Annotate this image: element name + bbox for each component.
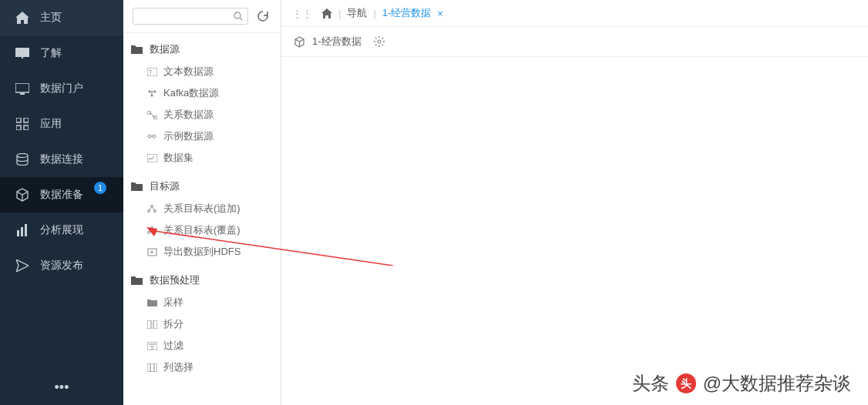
home-icon	[14, 11, 31, 25]
item-columns[interactable]: 列选择	[123, 356, 281, 378]
relation-icon	[145, 111, 159, 119]
apps-icon	[14, 117, 31, 131]
drag-icon[interactable]: ⋮⋮	[292, 8, 312, 19]
item-label: 导出数据到HDFS	[163, 245, 241, 259]
search-input[interactable]	[138, 11, 234, 22]
svg-line-11	[240, 18, 242, 20]
nav-more[interactable]: •••	[0, 370, 123, 405]
svg-point-23	[153, 135, 156, 138]
canvas[interactable]	[281, 57, 868, 405]
folder-label: 数据预处理	[150, 273, 200, 287]
svg-text:T: T	[149, 69, 153, 75]
node-icon	[145, 205, 159, 213]
svg-line-35	[152, 229, 155, 232]
svg-rect-3	[24, 118, 29, 122]
nav-prepare[interactable]: 数据准备 1	[0, 177, 123, 213]
item-label: 过滤	[163, 339, 183, 353]
nav-publish[interactable]: 资源发布	[0, 248, 123, 283]
svg-rect-1	[20, 93, 25, 95]
sidebar: 主页 了解 数据门户 应用 数据连接 数据准备 1 分析展现 资源	[0, 0, 123, 405]
search-box[interactable]	[133, 8, 248, 25]
crumb-tab[interactable]: 1-经营数据	[382, 6, 432, 20]
watermark-text: @大数据推荐杂谈	[703, 371, 851, 396]
home-icon[interactable]	[321, 8, 332, 18]
svg-rect-5	[24, 126, 29, 130]
breadcrumb: ⋮⋮ | 导航 | 1-经营数据 ×	[281, 0, 868, 27]
folder-icon	[131, 182, 145, 191]
cube-icon	[14, 188, 31, 202]
folder-preprocess[interactable]: 数据预处理	[123, 269, 281, 292]
main-area: ⋮⋮ | 导航 | 1-经营数据 × 1-经营数据 头条 头 @大数据推荐杂谈	[281, 0, 868, 405]
svg-rect-19	[147, 111, 150, 114]
send-icon	[14, 259, 31, 273]
nav-learn[interactable]: 了解	[0, 35, 123, 71]
item-split[interactable]: 拆分	[123, 313, 281, 335]
item-sample-ds[interactable]: 示例数据源	[123, 126, 281, 147]
item-target-append[interactable]: 关系目标表(追加)	[123, 198, 281, 219]
folder-label: 目标源	[150, 179, 180, 193]
nav-label: 主页	[40, 11, 62, 25]
watermark-icon: 头	[675, 373, 697, 394]
export-icon	[145, 248, 159, 256]
item-text-ds[interactable]: T文本数据源	[123, 61, 281, 82]
folder-target[interactable]: 目标源	[123, 175, 281, 198]
nav-label: 应用	[40, 117, 62, 131]
monitor-icon	[14, 82, 31, 95]
folder-icon	[131, 45, 145, 54]
svg-rect-7	[17, 230, 19, 236]
nav-portal[interactable]: 数据门户	[0, 71, 123, 106]
item-label: Kafka数据源	[163, 86, 219, 100]
item-label: 文本数据源	[163, 65, 214, 79]
item-label: 列选择	[163, 360, 193, 374]
nav-label: 数据准备	[40, 188, 83, 202]
svg-rect-38	[153, 320, 157, 329]
book-icon	[14, 46, 31, 60]
item-label: 数据集	[163, 151, 193, 165]
gear-icon[interactable]	[372, 35, 386, 49]
svg-rect-4	[16, 126, 21, 130]
item-dataset[interactable]: 数据集	[123, 147, 281, 169]
nav-apps[interactable]: 应用	[0, 106, 123, 142]
item-sample[interactable]: 采样	[123, 292, 281, 313]
folder-sm-icon	[145, 299, 159, 306]
watermark: 头条 头 @大数据推荐杂谈	[632, 371, 851, 396]
item-filter[interactable]: 过滤	[123, 335, 281, 356]
svg-point-46	[378, 40, 381, 43]
item-kafka-ds[interactable]: Kafka数据源	[123, 82, 281, 104]
svg-rect-37	[147, 320, 151, 329]
nav-label: 资源发布	[40, 259, 83, 273]
svg-rect-8	[21, 227, 23, 236]
folder-label: 数据源	[150, 42, 180, 56]
item-label: 拆分	[163, 317, 183, 331]
nav-connection[interactable]: 数据连接	[0, 142, 123, 177]
watermark-prefix: 头条	[632, 371, 669, 396]
nav-label: 了解	[40, 46, 62, 60]
item-label: 关系目标表(追加)	[163, 202, 241, 216]
item-target-overwrite[interactable]: 关系目标表(覆盖)	[123, 219, 281, 241]
search-icon[interactable]	[234, 12, 243, 21]
item-label: 采样	[163, 296, 183, 310]
refresh-button[interactable]	[254, 8, 271, 25]
item-relation-ds[interactable]: 关系数据源	[123, 104, 281, 126]
nav-label: 分析展现	[40, 223, 83, 237]
filter-icon	[145, 342, 159, 350]
nav-label: 数据门户	[40, 82, 83, 95]
close-tab-icon[interactable]: ×	[437, 8, 443, 19]
kafka-icon	[145, 89, 159, 98]
item-export-hdfs[interactable]: 导出数据到HDFS	[123, 241, 281, 263]
svg-line-29	[149, 207, 152, 210]
dataset-icon	[145, 154, 159, 162]
search-row	[123, 0, 281, 33]
tree-panel: 数据源 T文本数据源 Kafka数据源 关系数据源 示例数据源 数据集 目标源 …	[123, 0, 281, 405]
split-icon	[145, 320, 159, 329]
database-icon	[14, 152, 31, 166]
item-label: 关系数据源	[163, 108, 214, 122]
columns-icon	[145, 363, 159, 372]
nav-home[interactable]: 主页	[0, 0, 123, 35]
crumb-nav[interactable]: 导航	[347, 6, 367, 20]
svg-point-10	[234, 12, 241, 18]
folder-datasource[interactable]: 数据源	[123, 38, 281, 61]
nav-analysis[interactable]: 分析展现	[0, 213, 123, 248]
chart-icon	[14, 223, 31, 237]
toolbar-title: 1-经营数据	[312, 35, 362, 49]
